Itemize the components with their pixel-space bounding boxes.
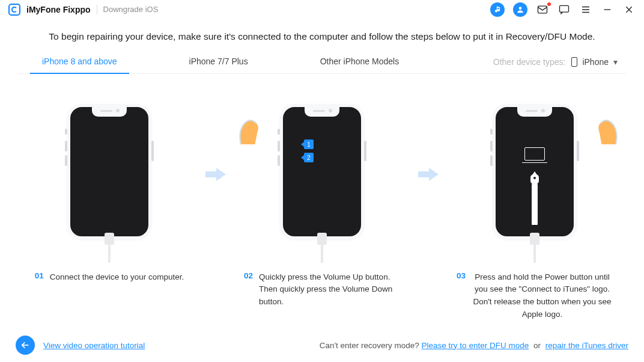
laptop-icon bbox=[524, 147, 545, 161]
device-type-label: Other device types: bbox=[493, 57, 566, 67]
footer: View video operation tutorial Can't ente… bbox=[0, 332, 644, 362]
step-index: 02 bbox=[244, 271, 253, 309]
titlebar: iMyFone Fixppo Downgrade iOS bbox=[0, 0, 644, 19]
app-name: iMyFone Fixppo bbox=[26, 5, 91, 14]
step-desc: Connect the device to your computer. bbox=[50, 271, 184, 284]
badge-2: 2 bbox=[304, 153, 314, 162]
finger-press-left bbox=[238, 118, 261, 148]
back-button[interactable] bbox=[16, 336, 35, 355]
device-select-value: iPhone bbox=[582, 57, 609, 67]
step-1: 01 Connect the device to your computer. bbox=[19, 91, 199, 284]
music-manager-icon[interactable] bbox=[490, 2, 505, 17]
page-headline: To begin repairing your device, make sur… bbox=[18, 31, 626, 42]
app-logo bbox=[8, 4, 20, 16]
device-type-select[interactable]: iPhone ▾ bbox=[571, 57, 621, 67]
title-divider bbox=[97, 5, 97, 14]
tab-iphone-8-above[interactable]: iPhone 8 and above bbox=[42, 51, 117, 73]
connect-itunes-screen bbox=[499, 110, 571, 233]
app-subtitle: Downgrade iOS bbox=[103, 5, 159, 14]
step-3: 03 Press and hold the Power button until… bbox=[445, 91, 625, 322]
step-desc: Quickly press the Volume Up button. Then… bbox=[259, 271, 400, 309]
phone-illustration-3 bbox=[493, 104, 577, 239]
svg-point-0 bbox=[519, 7, 522, 10]
dfu-mode-link[interactable]: Please try to enter DFU mode bbox=[422, 341, 529, 350]
video-tutorial-link[interactable]: View video operation tutorial bbox=[43, 341, 145, 350]
finger-press-right bbox=[596, 118, 619, 148]
svg-rect-1 bbox=[538, 6, 547, 13]
lightning-cable-icon bbox=[532, 183, 538, 225]
account-icon[interactable] bbox=[513, 2, 527, 17]
phone-illustration-2: 1 2 bbox=[280, 104, 364, 239]
step-index: 03 bbox=[457, 271, 466, 322]
phone-illustration-1 bbox=[67, 104, 151, 239]
arrow-icon bbox=[418, 167, 439, 184]
menu-icon[interactable] bbox=[579, 3, 592, 16]
step-desc: Press and hold the Power button until yo… bbox=[472, 271, 613, 322]
svg-rect-2 bbox=[560, 5, 569, 12]
chevron-down-icon: ▾ bbox=[613, 57, 618, 67]
feedback-icon[interactable] bbox=[557, 3, 571, 16]
arrow-icon bbox=[205, 167, 226, 184]
tab-other-iphone[interactable]: Other iPhone Models bbox=[320, 51, 399, 73]
cant-enter-text: Can't enter recovery mode? Please try to… bbox=[320, 341, 628, 350]
device-tabs: iPhone 8 and above iPhone 7/7 Plus Other… bbox=[18, 51, 626, 74]
messages-icon[interactable] bbox=[536, 3, 549, 16]
badge-1: 1 bbox=[304, 140, 314, 149]
step-index: 01 bbox=[35, 271, 44, 284]
tab-iphone-7[interactable]: iPhone 7/7 Plus bbox=[189, 51, 248, 73]
minimize-button[interactable] bbox=[601, 3, 614, 16]
repair-driver-link[interactable]: repair the iTunes driver bbox=[545, 341, 628, 350]
phone-icon bbox=[571, 57, 577, 67]
step-2: 1 2 02 Quickly press the Volume Up butto… bbox=[232, 91, 412, 309]
close-button[interactable] bbox=[622, 3, 636, 16]
notification-dot bbox=[547, 2, 551, 6]
